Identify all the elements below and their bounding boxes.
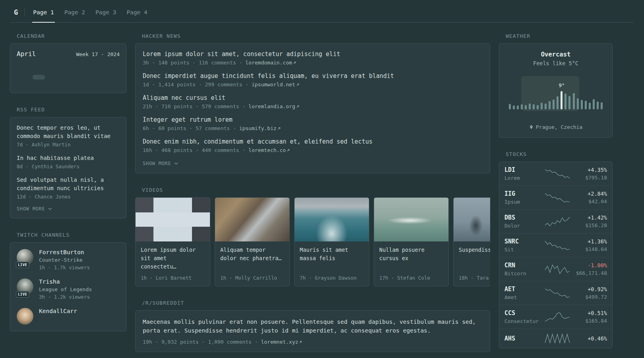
rss-item-meta: 12d · Chance Jones	[17, 194, 120, 200]
stock-sparkline	[544, 169, 570, 179]
twitch-channel-name[interactable]: Trisha	[39, 278, 92, 285]
hn-domain-link[interactable]: ipsumify.biz	[239, 125, 281, 131]
stock-row[interactable]: DBS Dolor +1.42% $156.28	[499, 209, 612, 233]
video-card[interactable]: Nullam posuere cursus ex 17h · Stefan Co…	[374, 197, 449, 286]
stock-values: -1.00% $66,171.48	[574, 262, 607, 276]
hn-item-title[interactable]: Donec imperdiet augue tincidunt felis al…	[143, 72, 483, 80]
chevron-down-icon	[174, 162, 178, 165]
hn-domain-link[interactable]: ipsumworld.net	[252, 82, 300, 88]
hn-item: Lorem ipsum dolor sit amet, consectetur …	[143, 51, 483, 66]
stock-row[interactable]: CRN Bitcorn -1.00% $66,171.48	[499, 257, 612, 281]
page-tab-label: Page 1	[33, 9, 54, 16]
weather-bar	[593, 99, 595, 109]
weather-bar	[601, 102, 603, 109]
weather-bar	[541, 103, 543, 109]
weather-chart: 9°	[509, 74, 603, 109]
calendar-day	[47, 82, 60, 86]
weather-bar	[513, 105, 515, 109]
hn-domain-link[interactable]: loremtech.co	[248, 147, 290, 153]
subreddit-domain-link[interactable]: loremnet.xyz	[261, 339, 303, 345]
video-card[interactable]: Suspendisse diam 18h · Tara	[453, 197, 490, 286]
hn-item-title[interactable]: Donec enim nibh, condimentum et accumsan…	[143, 138, 483, 145]
hn-item-meta: 16h · 468 points · 440 comments · loremt…	[143, 147, 483, 153]
stock-name: Lorem	[504, 175, 541, 181]
stock-values: +0.51% $165.84	[574, 310, 607, 324]
stock-row[interactable]: AET Amet +0.92% $499.72	[499, 281, 612, 305]
page-tab[interactable]: Page 4	[121, 2, 152, 22]
dashboard: CALENDAR April Week 17 · 2024 RSS FEED D…	[10, 23, 644, 358]
hn-item-title[interactable]: Lorem ipsum dolor sit amet, consectetur …	[143, 51, 483, 58]
stock-change: +0.92%	[574, 286, 607, 292]
hacker-news-section-label: HACKER NEWS	[142, 33, 490, 39]
stock-identity: CCS Consectetur	[504, 309, 541, 324]
weather-bar	[553, 99, 555, 109]
stock-name: Amet	[504, 294, 541, 300]
live-badge: LIVE	[16, 262, 29, 268]
twitch-widget twitch-list: LIVE ForrestBurton Counter-Strike 1h · 1…	[10, 242, 126, 331]
page-tab[interactable]: Page 3	[90, 2, 121, 22]
stock-change: +2.84%	[574, 191, 607, 197]
app-logo[interactable]: G	[10, 8, 24, 16]
calendar-day	[91, 82, 104, 86]
show-more-label: SHOW MORE	[143, 161, 171, 166]
calendar-day	[77, 75, 89, 80]
twitch-channel[interactable]: LIVE Trisha League of Legends 3h · 1.2k …	[17, 278, 120, 300]
calendar-day	[77, 68, 89, 73]
twitch-channel[interactable]: KendallCarr	[17, 308, 120, 325]
calendar-day-header	[17, 63, 31, 66]
stock-row[interactable]: AHS +0.46%	[499, 329, 612, 348]
rss-item: In hac habitasse platea 8d · Cynthia Sau…	[17, 154, 120, 169]
rss-item-title[interactable]: In hac habitasse platea	[17, 154, 120, 162]
weather-location-text: Prague, Czechia	[536, 124, 582, 130]
calendar-month: April	[17, 50, 36, 58]
video-thumbnail	[454, 198, 490, 241]
twitch-channel-name[interactable]: KendallCarr	[39, 308, 77, 314]
video-thumbnail	[136, 198, 210, 241]
page-tab-label: Page 2	[64, 9, 85, 16]
rss-item-title[interactable]: Donec tempor eros leo, ut commodo mauris…	[17, 124, 120, 140]
hn-item: Donec enim nibh, condimentum et accumsan…	[143, 138, 483, 153]
stock-row[interactable]: IIG Ipsum +2.84% $42.04	[499, 185, 612, 209]
weather-feels-like: Feels like 5°C	[506, 60, 606, 66]
weather-bar	[557, 96, 559, 109]
video-card[interactable]: Mauris sit amet massa felis 7h · Grayson…	[294, 197, 369, 286]
video-card-body: Lorem ipsum dolor sit amet consectetu… 1…	[136, 241, 210, 286]
weather-hours	[509, 113, 603, 119]
hn-domain-link[interactable]: loremlandia.org	[248, 103, 299, 109]
rss-section: RSS FEED Donec tempor eros leo, ut commo…	[10, 107, 126, 218]
hn-domain-link[interactable]: loremdomain.com	[245, 60, 296, 66]
page-tab[interactable]: Page 2	[59, 2, 90, 22]
calendar-day	[62, 68, 74, 73]
hn-domain: loremtech.co	[248, 147, 286, 153]
calendar-day	[91, 75, 104, 80]
weather-bar	[549, 101, 551, 109]
weather-bar	[529, 103, 531, 109]
left-column: CALENDAR April Week 17 · 2024 RSS FEED D…	[10, 33, 126, 358]
twitch-channel-name[interactable]: ForrestBurton	[39, 249, 90, 255]
stock-row[interactable]: LDI Lorem +4.35% $795.18	[499, 162, 612, 185]
calendar-day	[106, 82, 118, 86]
rss-item-title[interactable]: Sed volutpat nulla nisl, a condimentum n…	[17, 176, 120, 193]
video-card[interactable]: Lorem ipsum dolor sit amet consectetu… 1…	[135, 197, 210, 286]
stock-sparkline	[544, 240, 570, 251]
stock-symbol: LDI	[504, 166, 541, 173]
stock-name: Consectetur	[504, 318, 541, 324]
video-card[interactable]: Aliquam tempor dolor nec pharetra… 1h · …	[215, 197, 290, 286]
subreddit-post-title[interactable]: Maecenas mollis pulvinar erat non posuer…	[143, 317, 483, 335]
stock-sparkline	[544, 216, 570, 227]
hn-item-title[interactable]: Aliquam nec cursus elit	[143, 94, 483, 101]
page-tab[interactable]: Page 1	[28, 2, 59, 22]
stock-row[interactable]: SNRC Sit +1.36% $148.64	[499, 233, 612, 257]
page-tabs: Page 1Page 2Page 3Page 4	[28, 2, 153, 22]
calendar-day	[62, 75, 74, 80]
video-meta: 1h · Lori Barnett	[141, 275, 205, 281]
rss-show-more-button[interactable]: SHOW MORE	[17, 206, 52, 212]
hn-item-title[interactable]: Integer eget rutrum lorem	[143, 116, 483, 123]
stock-sparkline	[544, 193, 570, 203]
stock-row[interactable]: CCS Consectetur +0.51% $165.84	[499, 305, 612, 329]
calendar-header: April Week 17 · 2024	[17, 50, 120, 58]
stocks-section-label: STOCKS	[506, 151, 613, 157]
twitch-channel[interactable]: LIVE ForrestBurton Counter-Strike 1h · 1…	[17, 249, 120, 270]
hn-show-more-button[interactable]: SHOW MORE	[143, 161, 483, 166]
avatar: LIVE	[17, 249, 33, 266]
